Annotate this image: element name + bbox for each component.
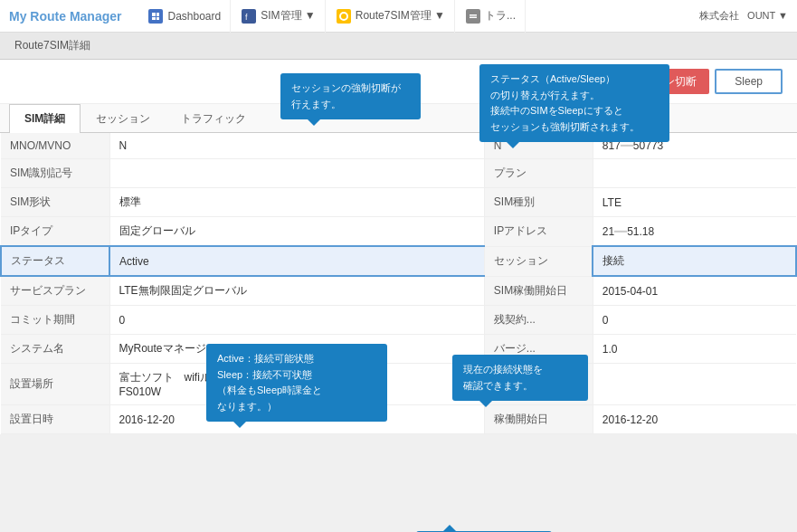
label-mno: MNO/MVNO: [1, 133, 109, 159]
label-location: 設置場所: [1, 364, 109, 405]
value-sim-form: 標準: [109, 188, 484, 217]
nav-traffic-label: トラ...: [485, 8, 516, 24]
label-install-date: 設置日時: [1, 405, 109, 434]
value-version: 1.0: [593, 335, 796, 364]
value-sim-start: 2015-04-01: [593, 276, 796, 306]
logo: My Route Manager: [9, 9, 121, 24]
label-status: ステータス: [1, 246, 109, 276]
tooltip-connection: 現在の接続状態を確認できます。: [452, 355, 588, 401]
main-content: セッションの強制切断が行えます。 ステータス（Active/Sleep）の切り替…: [0, 60, 797, 434]
value-sim-type: LTE: [593, 188, 796, 217]
table-row: MNO/MVNO N N 817━━50773: [1, 133, 796, 159]
value-plan: [593, 159, 796, 188]
value-remaining: 0: [593, 306, 796, 335]
tooltip-status-switch: ステータス（Active/Sleep）の切り替えが行えます。接続中のSIMをSl…: [479, 64, 669, 142]
table-row: IPタイプ 固定グローバル IPアドレス 21━━51.18: [1, 217, 796, 247]
label-ip-addr: IPアドレス: [484, 217, 593, 247]
svg-text:f: f: [245, 13, 248, 21]
value-address: [593, 364, 796, 405]
value-mno: N: [109, 133, 484, 159]
nav-traffic[interactable]: トラ...: [457, 0, 526, 33]
table-row-status: ステータス Active セッション 接続: [1, 246, 796, 276]
tooltip-active-sleep: Active：接続可能状態Sleep：接続不可状態（料金もSleep時課金となり…: [206, 344, 387, 422]
table-row: 設置場所 富士ソフト wifiルーターFS010W 所在地: [1, 364, 796, 405]
header: My Route Manager Dashboard f SIM管理 ▼ Rou…: [0, 0, 797, 33]
table-row: コミット期間 0 残契約... 0: [1, 306, 796, 335]
svg-rect-6: [470, 14, 477, 16]
label-commit: コミット期間: [1, 306, 109, 335]
value-commit: 0: [109, 306, 484, 335]
label-operation-start: 稼働開始日: [484, 405, 593, 434]
nav-sim[interactable]: f SIM管理 ▼: [232, 0, 326, 33]
nav-bar: Dashboard f SIM管理 ▼ Route7SIM管理 ▼ トラ...: [139, 0, 698, 33]
label-sim-id: SIM識別記号: [1, 159, 109, 188]
sleep-button[interactable]: Sleep: [715, 69, 783, 94]
label-plan: プラン: [484, 159, 593, 188]
svg-rect-1: [157, 13, 159, 16]
svg-point-5: [340, 13, 347, 20]
value-ip-addr: 21━━51.18: [593, 217, 796, 247]
label-service-plan: サービスプラン: [1, 276, 109, 306]
dashboard-icon: [148, 9, 163, 24]
value-service-plan: LTE無制限固定グローバル: [109, 276, 484, 306]
svg-rect-3: [157, 17, 159, 20]
table-area: Active：接続可能状態Sleep：接続不可状態（料金もSleep時課金となり…: [0, 133, 797, 434]
tooltip-session: セッションの強制切断が行えます。: [280, 73, 421, 119]
tooltip-status-switch-text: ステータス（Active/Sleep）の切り替えが行えます。接続中のSIMをSl…: [490, 73, 640, 132]
label-sim-start: SIM稼働開始日: [484, 276, 593, 306]
company-name: 株式会社: [699, 10, 739, 21]
breadcrumb: Route7SIM詳細: [0, 33, 797, 60]
svg-rect-7: [470, 16, 477, 18]
sim-icon: f: [242, 9, 256, 24]
value-ip-type: 固定グローバル: [109, 217, 484, 247]
table-row: 設置日時 2016-12-20 稼働開始日 2016-12-20: [1, 405, 796, 434]
route7sim-icon: [337, 9, 351, 24]
table-row: SIM識別記号 プラン: [1, 159, 796, 188]
value-session: 接続: [593, 246, 796, 276]
tooltip-session-text: セッションの強制切断が行えます。: [291, 82, 401, 109]
detail-table: MNO/MVNO N N 817━━50773 SIM識別記号 プラン SIM形…: [0, 133, 797, 434]
tab-traffic[interactable]: トラフィック: [166, 104, 261, 133]
header-right: 株式会社 OUNT ▼: [699, 9, 788, 23]
nav-route7sim-label: Route7SIM管理 ▼: [356, 8, 445, 24]
account-menu[interactable]: OUNT ▼: [747, 10, 788, 21]
tab-session[interactable]: セッション: [81, 104, 166, 133]
tooltip-active-sleep-text: Active：接続可能状態Sleep：接続不可状態（料金もSleep時課金となり…: [217, 353, 322, 412]
traffic-icon: [466, 9, 480, 24]
table-row: SIM形状 標準 SIM種別 LTE: [1, 188, 796, 217]
breadcrumb-text: Route7SIM詳細: [14, 39, 90, 52]
label-session: セッション: [484, 246, 593, 276]
nav-dashboard[interactable]: Dashboard: [139, 0, 231, 33]
label-system-name: システム名: [1, 335, 109, 364]
table-row: システム名 MyRouteマネージャー バージ... 1.0: [1, 335, 796, 364]
label-sim-type: SIM種別: [484, 188, 593, 217]
svg-rect-0: [152, 13, 156, 16]
value-status: Active: [109, 246, 484, 276]
value-operation-start: 2016-12-20: [593, 405, 796, 434]
tooltip-connection-text: 現在の接続状態を確認できます。: [463, 364, 543, 391]
nav-dashboard-label: Dashboard: [167, 10, 221, 23]
nav-route7sim[interactable]: Route7SIM管理 ▼: [327, 0, 455, 33]
value-sim-id: [109, 159, 484, 188]
tab-sim-detail[interactable]: SIM詳細: [9, 104, 81, 133]
label-sim-form: SIM形状: [1, 188, 109, 217]
table-row: サービスプラン LTE無制限固定グローバル SIM稼働開始日 2015-04-0…: [1, 276, 796, 306]
label-remaining: 残契約...: [484, 306, 593, 335]
label-ip-type: IPタイプ: [1, 217, 109, 247]
svg-rect-2: [152, 17, 156, 20]
nav-sim-label: SIM管理 ▼: [261, 8, 316, 24]
